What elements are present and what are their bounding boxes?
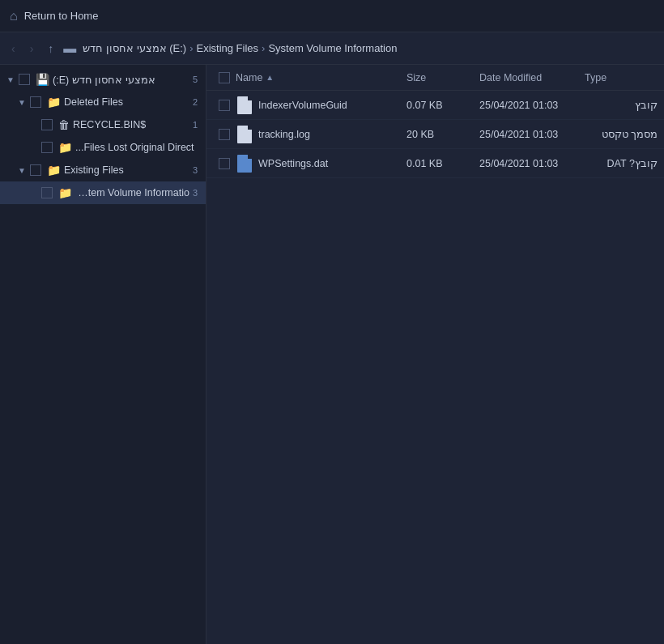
tree-deleted-count: 2 (189, 97, 201, 107)
breadcrumb-bar: ‹ › ↑ ▬ אמצעי אחסון חדש (E:) › Existing … (0, 32, 664, 65)
col-name-header[interactable]: Name ▲ (236, 72, 406, 83)
tree-recycle-count: 1 (189, 120, 201, 130)
file-date-0: 25/04/2021 01:03 (479, 100, 585, 111)
tree-existing-label: Existing Files (64, 164, 189, 176)
file-size-2: 0.01 KB (406, 158, 479, 169)
column-header: Name ▲ Size Date Modified Type (206, 65, 664, 91)
checkbox-recycle[interactable] (41, 119, 53, 130)
sidebar: ▼ 💾 אמצעי אחסון חדש (E:) 5 ▼ 📁 Deleted F… (0, 65, 206, 644)
file-type-0: קובץ (585, 99, 658, 111)
file-name-0: IndexerVolumeGuid (258, 100, 406, 111)
row-checkbox-col (213, 129, 236, 140)
tree-files-lost[interactable]: ▶ 📁 Files Lost Original Direct... (0, 136, 206, 159)
file-size-1: 20 KB (406, 129, 479, 140)
doc-icon (237, 126, 252, 143)
row-checkbox-0[interactable] (219, 100, 230, 111)
file-row[interactable]: tracking.log 20 KB 25/04/2021 01:03 מסמך… (206, 120, 664, 149)
breadcrumb-sep-2: › (262, 42, 265, 54)
tree-recycle-label: $RECYCLE.BIN (73, 119, 189, 130)
row-checkbox-col (213, 100, 236, 111)
breadcrumb-drive[interactable]: אמצעי אחסון חדש (E:) (83, 42, 186, 54)
file-panel: Name ▲ Size Date Modified Type IndexerVo… (206, 65, 664, 644)
tree-existing-count: 3 (189, 165, 201, 175)
row-checkbox-1[interactable] (219, 129, 230, 140)
file-row[interactable]: WPSettings.dat 0.01 KB 25/04/2021 01:03 … (206, 149, 664, 178)
col-type-header[interactable]: Type (585, 72, 658, 83)
header-checkbox-col (213, 72, 236, 83)
forward-button[interactable]: › (25, 39, 39, 58)
tree-deleted-files[interactable]: ▼ 📁 Deleted Files 2 (0, 91, 206, 113)
checkbox-root[interactable] (19, 74, 30, 85)
folder-icon-deleted: 📁 (47, 96, 61, 109)
folder-icon-lost: 📁 (58, 141, 72, 154)
toggle-existing[interactable]: ▼ (16, 164, 28, 176)
return-to-home-link[interactable]: Return to Home (24, 10, 99, 22)
sort-arrow: ▲ (266, 73, 274, 82)
top-bar: ⌂ Return to Home (0, 0, 664, 32)
home-icon: ⌂ (10, 9, 18, 23)
file-icon-0 (236, 96, 253, 114)
tree-sysvolinfo[interactable]: ▶ 📁 System Volume Informatio... 3 (0, 181, 206, 204)
file-name-1: tracking.log (258, 129, 406, 140)
toggle-sysvolinfo: ▶ (28, 187, 39, 198)
back-button[interactable]: ‹ (6, 39, 20, 58)
tree-root-count: 5 (189, 75, 201, 84)
col-size-header[interactable]: Size (406, 72, 479, 83)
drive-icon-tree: 💾 (36, 73, 49, 86)
breadcrumb-folder1[interactable]: Existing Files (196, 42, 258, 54)
up-button[interactable]: ↑ (43, 39, 58, 58)
file-type-1: מסמך טקסט (585, 128, 658, 140)
toggle-root[interactable]: ▼ (5, 74, 16, 85)
file-icon-1 (236, 126, 253, 143)
checkbox-sysvolinfo[interactable] (41, 187, 53, 198)
breadcrumb-path: ▬ אמצעי אחסון חדש (E:) › Existing Files … (63, 41, 658, 56)
breadcrumb-folder2[interactable]: System Volume Information (268, 42, 397, 54)
checkbox-existing[interactable] (30, 164, 41, 176)
tree-sysvolinfo-count: 3 (189, 188, 201, 198)
tree-root[interactable]: ▼ 💾 אמצעי אחסון חדש (E:) 5 (0, 68, 206, 91)
tree-sysvolinfo-label: System Volume Informatio... (75, 187, 189, 198)
tree-deleted-label: Deleted Files (64, 96, 189, 108)
dat-icon (237, 155, 252, 173)
row-checkbox-2[interactable] (219, 158, 230, 169)
tree-recycle-bin[interactable]: ▶ 🗑 $RECYCLE.BIN 1 (0, 113, 206, 136)
file-name-2: WPSettings.dat (258, 158, 406, 169)
folder-icon-existing: 📁 (47, 164, 61, 177)
breadcrumb-sep-1: › (189, 42, 193, 54)
folder-icon-sysvolinfo: 📁 (58, 186, 72, 199)
toggle-recycle: ▶ (28, 119, 39, 130)
file-date-2: 25/04/2021 01:03 (479, 158, 585, 169)
checkbox-files-lost[interactable] (41, 142, 53, 153)
doc-icon (237, 96, 252, 114)
tree-existing-files[interactable]: ▼ 📁 Existing Files 3 (0, 159, 206, 181)
checkbox-deleted[interactable] (30, 96, 41, 108)
file-list: IndexerVolumeGuid 0.07 KB 25/04/2021 01:… (206, 91, 664, 644)
row-checkbox-col (213, 158, 236, 169)
file-type-2: קובץ? DAT (585, 157, 658, 169)
file-date-1: 25/04/2021 01:03 (479, 129, 585, 140)
main-area: ▼ 💾 אמצעי אחסון חדש (E:) 5 ▼ 📁 Deleted F… (0, 65, 664, 644)
file-row[interactable]: IndexerVolumeGuid 0.07 KB 25/04/2021 01:… (206, 91, 664, 120)
col-date-header[interactable]: Date Modified (479, 72, 585, 83)
tree-files-lost-label: Files Lost Original Direct... (75, 142, 194, 153)
file-size-0: 0.07 KB (406, 100, 479, 111)
recycle-icon: 🗑 (58, 118, 70, 131)
toggle-deleted[interactable]: ▼ (16, 96, 28, 108)
file-icon-2 (236, 155, 253, 173)
drive-icon: ▬ (63, 41, 76, 56)
toggle-files-lost: ▶ (28, 142, 39, 153)
header-checkbox[interactable] (219, 72, 230, 83)
tree-root-label: אמצעי אחסון חדש (E:) (53, 74, 189, 86)
